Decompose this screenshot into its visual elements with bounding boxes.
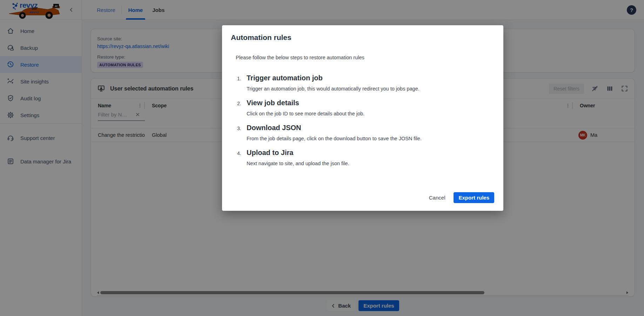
step-body: Trigger automation job Trigger an automa… [247,74,420,92]
modal-intro-text: Please follow the below steps to restore… [236,55,494,60]
step-upload-to-jira: 4. Upload to Jira Next navigate to site,… [237,148,494,167]
modal-steps: 1. Trigger automation job Trigger an aut… [237,74,494,173]
step-title: Trigger automation job [247,74,420,82]
step-download-json: 3. Download JSON From the job details pa… [237,123,494,142]
step-description: Next navigate to site, and upload the js… [247,160,349,167]
step-body: Download JSON From the job details page,… [247,123,422,142]
app-window: 42 REVYZ [0,0,644,316]
step-description: From the job details page, click on the … [247,135,422,142]
step-trigger-automation-job: 1. Trigger automation job Trigger an aut… [237,74,494,92]
step-view-job-details: 2. View job details Click on the job ID … [237,99,494,117]
step-number: 2. [237,99,247,117]
step-number: 3. [237,123,247,142]
step-title: Upload to Jira [247,148,349,157]
cancel-button[interactable]: Cancel [429,195,445,201]
step-body: Upload to Jira Next navigate to site, an… [247,148,349,167]
step-number: 1. [237,74,247,92]
step-number: 4. [237,148,247,167]
automation-rules-modal: Automation rules Please follow the below… [222,25,503,211]
modal-export-rules-button[interactable]: Export rules [454,192,494,203]
step-description: Click on the job ID to see more details … [247,110,364,117]
step-title: View job details [247,99,364,107]
modal-actions: Cancel Export rules [231,192,494,203]
step-description: Trigger an automation job, this would au… [247,86,420,92]
step-title: Download JSON [247,123,422,132]
step-body: View job details Click on the job ID to … [247,99,364,117]
modal-title: Automation rules [231,33,494,42]
